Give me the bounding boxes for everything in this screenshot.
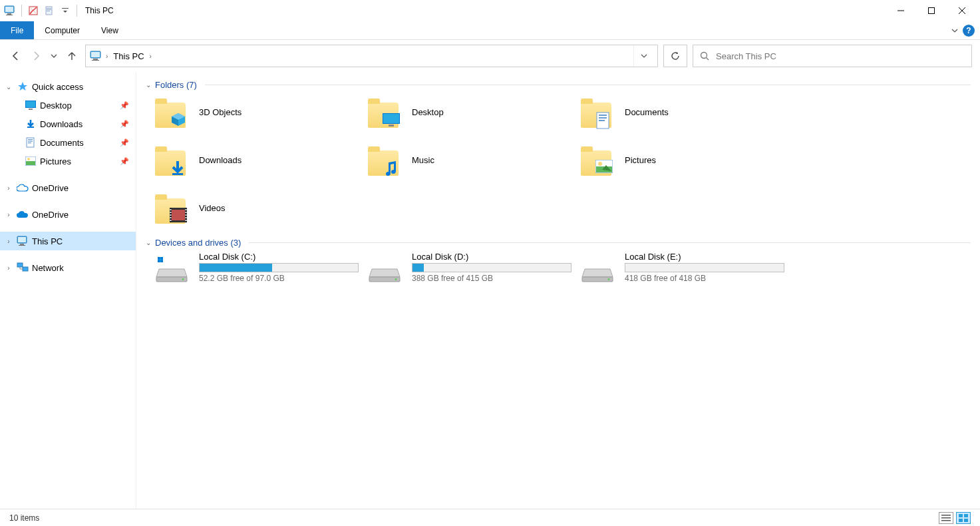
chevron-right-icon[interactable]: › — [4, 211, 13, 218]
close-button[interactable] — [947, 0, 977, 21]
desktop-icon — [24, 99, 37, 111]
drive-label: Local Disk (D:) — [412, 252, 572, 262]
chevron-down-icon[interactable]: ⌄ — [4, 83, 13, 91]
sidebar-onedrive-1[interactable]: › OneDrive — [0, 178, 136, 197]
ribbon-expand-icon[interactable] — [951, 27, 959, 35]
sidebar-item-label: Desktop — [40, 101, 72, 111]
svg-rect-74 — [964, 514, 968, 517]
drives-grid: Local Disk (C:)52.2 GB free of 97.0 GBLo… — [146, 252, 971, 288]
recent-dropdown-icon[interactable] — [51, 53, 57, 59]
svg-rect-8 — [47, 11, 50, 11]
status-item-count: 10 items — [9, 513, 39, 523]
status-bar: 10 items — [0, 509, 980, 526]
folder-tile[interactable]: 3D Objects — [155, 94, 365, 130]
search-input[interactable] — [716, 51, 965, 61]
svg-rect-31 — [19, 245, 25, 246]
folder-tile[interactable]: Downloads — [155, 142, 365, 178]
maximize-button[interactable] — [916, 0, 947, 21]
folder-icon — [155, 96, 188, 128]
svg-rect-19 — [29, 109, 33, 110]
svg-rect-71 — [941, 517, 951, 519]
sidebar-item-downloads[interactable]: Downloads 📌 — [0, 115, 136, 133]
folder-icon — [155, 144, 188, 176]
breadcrumb-this-pc[interactable]: This PC — [110, 51, 146, 61]
window-title: This PC — [85, 6, 114, 15]
folder-label: Downloads — [199, 155, 242, 165]
crumb-chevron-icon[interactable]: › — [106, 53, 108, 60]
svg-rect-32 — [17, 263, 23, 267]
folder-icon — [581, 96, 614, 128]
crumb-chevron-icon[interactable]: › — [150, 53, 152, 60]
chevron-down-icon[interactable]: ⌄ — [146, 81, 151, 89]
folder-tile[interactable]: Music — [368, 142, 578, 178]
forward-button[interactable] — [31, 51, 41, 61]
refresh-button[interactable] — [663, 45, 687, 67]
sidebar-item-documents[interactable]: Documents 📌 — [0, 133, 136, 152]
titlebar: This PC — [0, 0, 980, 21]
drive-icon — [155, 256, 188, 284]
svg-rect-11 — [929, 8, 935, 14]
sidebar-item-pictures[interactable]: Pictures 📌 — [0, 152, 136, 170]
chevron-down-icon[interactable]: ⌄ — [146, 239, 151, 246]
svg-rect-75 — [959, 519, 963, 522]
folder-label: Documents — [625, 107, 669, 117]
new-folder-icon[interactable] — [42, 3, 57, 18]
back-button[interactable] — [11, 51, 21, 61]
svg-rect-30 — [20, 244, 24, 245]
folder-tile[interactable]: Pictures — [581, 142, 791, 178]
help-icon[interactable]: ? — [963, 25, 975, 37]
chevron-right-icon[interactable]: › — [4, 238, 13, 245]
svg-rect-58 — [186, 220, 187, 221]
quick-access-icon — [16, 81, 29, 93]
svg-rect-46 — [172, 210, 185, 220]
svg-rect-52 — [170, 217, 172, 218]
drive-usage-bar — [625, 263, 784, 272]
sidebar-quick-access[interactable]: ⌄ Quick access — [0, 77, 136, 96]
sidebar-onedrive-2[interactable]: › OneDrive — [0, 205, 136, 224]
pin-icon: 📌 — [120, 157, 129, 166]
minimize-button[interactable] — [886, 0, 916, 21]
svg-rect-55 — [186, 212, 187, 213]
sidebar-this-pc[interactable]: › This PC — [0, 232, 136, 250]
properties-icon[interactable] — [26, 3, 41, 18]
folder-label: 3D Objects — [199, 107, 242, 117]
view-tab[interactable]: View — [90, 21, 129, 39]
chevron-right-icon[interactable]: › — [4, 264, 13, 272]
drive-tile[interactable]: Local Disk (E:)418 GB free of 418 GB — [581, 252, 791, 288]
svg-rect-26 — [26, 161, 35, 165]
address-history-dropdown[interactable] — [633, 45, 653, 67]
drives-group-header[interactable]: ⌄ Devices and drives (3) — [146, 238, 971, 248]
computer-tab[interactable]: Computer — [34, 21, 90, 39]
pin-icon: 📌 — [120, 120, 129, 129]
file-tab[interactable]: File — [0, 21, 34, 39]
svg-rect-13 — [91, 52, 100, 57]
folder-tile[interactable]: Desktop — [368, 94, 578, 130]
details-view-button[interactable] — [939, 512, 953, 524]
navigation-pane: ⌄ Quick access Desktop 📌 Downloads 📌 Doc… — [0, 72, 136, 509]
svg-rect-14 — [93, 59, 98, 60]
sidebar-label: OneDrive — [32, 210, 69, 220]
sidebar-item-desktop[interactable]: Desktop 📌 — [0, 96, 136, 115]
drive-tile[interactable]: Local Disk (D:)388 GB free of 415 GB — [368, 252, 578, 288]
folder-tile[interactable]: Videos — [155, 190, 365, 226]
folder-tile[interactable]: Documents — [581, 94, 791, 130]
svg-rect-7 — [47, 9, 51, 10]
address-bar[interactable]: › This PC › — [85, 45, 658, 67]
chevron-right-icon[interactable]: › — [4, 184, 13, 192]
up-button[interactable] — [67, 51, 77, 61]
svg-rect-51 — [170, 214, 172, 216]
sidebar-item-label: Downloads — [40, 119, 82, 129]
svg-rect-65 — [160, 260, 163, 262]
qat-customize-icon[interactable] — [58, 3, 73, 18]
folder-icon — [368, 144, 401, 176]
downloads-icon — [24, 118, 37, 130]
svg-rect-53 — [170, 220, 172, 221]
sidebar-network[interactable]: › Network — [0, 258, 136, 277]
drive-tile[interactable]: Local Disk (C:)52.2 GB free of 97.0 GB — [155, 252, 365, 288]
this-pc-icon — [3, 3, 17, 18]
search-box[interactable] — [693, 45, 972, 67]
svg-rect-24 — [28, 142, 31, 143]
tiles-view-button[interactable] — [956, 512, 971, 524]
svg-rect-38 — [599, 115, 607, 116]
folders-group-header[interactable]: ⌄ Folders (7) — [146, 80, 971, 90]
